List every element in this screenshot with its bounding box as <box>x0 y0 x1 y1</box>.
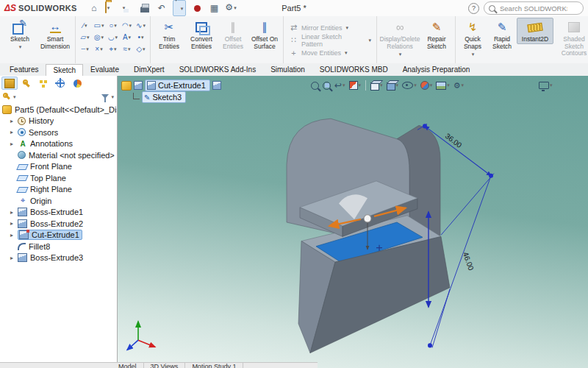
line-tool-button[interactable]: ∕ <box>78 20 92 31</box>
filter-funnel-icon[interactable] <box>101 94 109 99</box>
display-delete-relations-button[interactable]: ∞ Display/Delete Relations <box>379 18 420 58</box>
tab-simulation[interactable]: Simulation <box>263 63 312 76</box>
dimension-grip-point[interactable] <box>428 343 432 347</box>
tree-item-cut-extrude1[interactable]: Cut-Extrude1 <box>0 230 117 241</box>
expand-arrow-icon[interactable] <box>10 232 18 238</box>
options-button[interactable]: ⚙ <box>225 2 237 14</box>
select-tool-button[interactable] <box>173 0 187 16</box>
parallelogram-tool-button[interactable]: ▱ <box>78 32 92 43</box>
tree-item-top-plane[interactable]: Top Plane <box>0 172 117 184</box>
tab-3d-views[interactable]: 3D Views <box>144 363 186 368</box>
zoom-fit-button[interactable] <box>310 79 320 92</box>
drag-handle-ball[interactable] <box>364 215 371 222</box>
help-button[interactable]: ? <box>468 3 479 14</box>
tree-item-history[interactable]: History <box>0 116 117 127</box>
undo-button[interactable]: ↶ <box>156 2 168 14</box>
tree-item-annotations[interactable]: A Annotations <box>0 138 117 150</box>
convert-entities-button[interactable]: Convert Entities <box>185 18 218 50</box>
polygon-tool-button[interactable]: ◇ <box>134 43 148 54</box>
rapid-sketch-button[interactable]: ✎ Rapid Sketch <box>487 18 517 50</box>
perimeter-circle-tool-button[interactable]: ◎ <box>92 32 106 43</box>
tree-item-fillet8[interactable]: Fillet8 <box>0 241 117 252</box>
tab-sketch[interactable]: Sketch <box>46 64 83 77</box>
tab-motion-study-1[interactable]: Motion Study 1 <box>185 363 243 368</box>
dimension-text-46[interactable]: 46.00 <box>462 251 476 272</box>
tree-item-boss-extrude2[interactable]: Boss-Extrude2 <box>0 218 117 230</box>
tab-solidworks-mbd[interactable]: SOLIDWORKS MBD <box>312 63 395 76</box>
search-input[interactable] <box>498 4 569 13</box>
view-settings-button[interactable]: ⚙ <box>453 79 465 92</box>
configurationmanager-tab[interactable] <box>35 77 51 90</box>
graphics-viewport[interactable]: 36.00 46.00 Cut-Extrude <box>118 76 588 368</box>
breadcrumb-sketch-chip[interactable]: ✎ Sketch3 <box>142 91 186 103</box>
tab-dimxpert[interactable]: DimXpert <box>126 63 172 76</box>
tree-item-boss-extrude1[interactable]: Boss-Extrude1 <box>0 207 117 219</box>
point-tool-button[interactable]: • <box>134 32 148 43</box>
offset-on-surface-button[interactable]: ∥ Offset On Surface <box>248 18 281 50</box>
expand-arrow-icon[interactable] <box>10 118 18 124</box>
rectangle-tool-button[interactable]: ▭ <box>92 20 106 31</box>
dimension-grip-point[interactable] <box>489 174 493 178</box>
tab-model[interactable]: Model <box>112 363 144 368</box>
mirror-entities-button[interactable]: ⇄ Mirror Entities <box>286 21 374 34</box>
offset-entities-button[interactable]: ∥ Offset Entities <box>218 18 248 50</box>
dimension-text-36[interactable]: 36.00 <box>444 132 464 149</box>
tab-analysis-preparation[interactable]: Analysis Preparation <box>395 63 478 76</box>
repair-sketch-button[interactable]: ✎ Repair Sketch <box>420 18 453 50</box>
body-icon[interactable] <box>134 81 143 90</box>
centerline-tool-button[interactable]: ┄ <box>78 43 92 54</box>
search-box[interactable] <box>484 1 584 15</box>
smart-dimension-button[interactable]: ↔ Smart Dimension <box>37 18 73 50</box>
save-button[interactable] <box>122 2 134 14</box>
print-button[interactable] <box>139 2 151 14</box>
record-button[interactable] <box>191 2 203 14</box>
apply-scene-button[interactable] <box>435 79 451 92</box>
expand-arrow-icon[interactable] <box>10 129 18 135</box>
erase-tool-button[interactable]: × <box>92 43 106 54</box>
tab-evaluate[interactable]: Evaluate <box>83 63 126 76</box>
tree-item-origin[interactable]: ⌖ Origin <box>0 195 117 207</box>
part-icon[interactable] <box>121 81 132 91</box>
arc-tool-button[interactable]: ◠ <box>120 20 134 31</box>
tree-item-front-plane[interactable]: Front Plane <box>0 161 117 173</box>
previous-view-button[interactable]: ↩ <box>334 79 346 92</box>
tree-item-material[interactable]: Material <not specified> <box>0 149 117 161</box>
tree-item-sensors[interactable]: Sensors <box>0 127 117 138</box>
featuremanager-tab[interactable] <box>1 77 18 90</box>
tree-item-part[interactable]: Part5 (Default<<Default>_Display <box>0 104 117 116</box>
spline-tool-button[interactable]: ∿ <box>134 20 148 31</box>
move-entities-button[interactable]: + Move Entities <box>286 46 374 59</box>
tree-item-boss-extrude3[interactable]: Boss-Extrude3 <box>0 252 117 264</box>
conic-tool-button[interactable]: ≈ <box>120 43 134 54</box>
three-point-arc-tool-button[interactable]: ◡ <box>106 32 120 43</box>
propertymanager-tab[interactable] <box>18 77 35 90</box>
zoom-area-button[interactable] <box>322 79 331 92</box>
display-style-button[interactable] <box>386 79 400 92</box>
display-grid-button[interactable]: ▦ <box>208 2 220 14</box>
solid-body-icon[interactable] <box>212 81 221 90</box>
hide-show-items-button[interactable] <box>401 79 417 92</box>
center-mark-tool-button[interactable]: ⌖ <box>106 43 120 54</box>
dimension-grip-point[interactable] <box>423 124 427 128</box>
home-button[interactable]: ⌂ <box>88 2 100 14</box>
open-button[interactable] <box>105 2 117 14</box>
tab-features[interactable]: Features <box>2 63 46 76</box>
breadcrumb-feature-chip[interactable]: Cut-Extrude1 <box>145 79 210 91</box>
instant2d-button[interactable]: Instant2D <box>517 18 553 44</box>
fullscreen-button[interactable] <box>538 79 553 92</box>
view-orientation-button[interactable] <box>370 79 384 92</box>
trim-entities-button[interactable]: ✂ Trim Entities <box>153 18 185 50</box>
tree-item-right-plane[interactable]: Right Plane <box>0 184 117 196</box>
expand-arrow-icon[interactable] <box>10 141 18 147</box>
shaded-sketch-contours-button[interactable]: Shaded Sketch Contours <box>553 18 588 57</box>
dimxpertmanager-tab[interactable] <box>52 77 68 90</box>
linear-sketch-pattern-button[interactable]: ∷ Linear Sketch Pattern <box>286 34 374 46</box>
edit-appearance-button[interactable] <box>420 79 434 92</box>
expand-arrow-icon[interactable] <box>10 255 18 261</box>
sketch-button[interactable]: ✎ Sketch <box>2 18 37 51</box>
model-canvas[interactable]: 36.00 46.00 <box>118 76 588 368</box>
expand-arrow-icon[interactable] <box>10 220 18 227</box>
text-tool-button[interactable]: A <box>120 32 134 43</box>
tab-solidworks-add-ins[interactable]: SOLIDWORKS Add-Ins <box>172 63 263 76</box>
circle-tool-button[interactable]: ○ <box>106 20 120 31</box>
